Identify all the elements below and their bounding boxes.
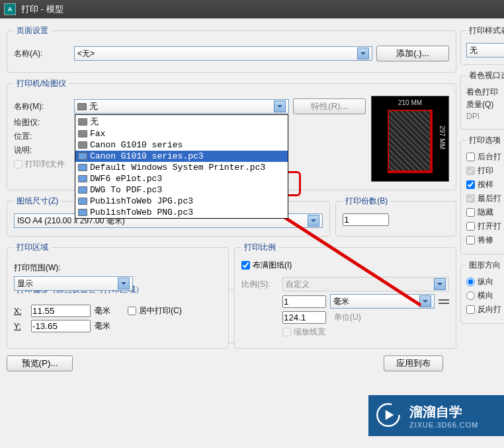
plotter-icon bbox=[78, 209, 87, 216]
print-option-row[interactable]: 将修 bbox=[466, 235, 493, 246]
landscape-radio[interactable] bbox=[466, 291, 475, 300]
chevron-down-icon[interactable] bbox=[308, 215, 319, 227]
watermark: 溜溜自学 ZIXUE.3D66.COM bbox=[368, 395, 504, 436]
copies-input[interactable] bbox=[343, 213, 389, 226]
printer-option-text: Fax bbox=[90, 129, 105, 139]
printer-option[interactable]: 无 bbox=[75, 115, 288, 128]
scale-denominator-input bbox=[282, 311, 326, 324]
play-icon bbox=[375, 402, 401, 430]
print-option-row[interactable]: 按样 bbox=[466, 179, 493, 190]
fit-to-paper-checkbox[interactable] bbox=[241, 261, 250, 270]
printer-option[interactable]: Fax bbox=[75, 128, 288, 139]
copies-legend: 打印份数(B) bbox=[343, 196, 390, 207]
printer-option[interactable]: DWF6 ePlot.pc3 bbox=[75, 173, 288, 184]
printer-option[interactable]: Canon G1010 series.pc3 bbox=[75, 151, 288, 162]
preview-width-label: 210 MM bbox=[372, 99, 448, 106]
plotter-icon bbox=[78, 175, 87, 182]
portrait-radio-row: 纵向 bbox=[466, 276, 493, 287]
printer-option-text: DWF6 ePlot.pc3 bbox=[90, 174, 162, 184]
print-option-row: 最后打 bbox=[466, 193, 501, 204]
landscape-label: 横向 bbox=[478, 290, 493, 301]
titlebar: A 打印 - 模型 bbox=[0, 0, 504, 19]
preview-button[interactable]: 预览(P)... bbox=[7, 355, 73, 371]
printer-option-text: DWG To PDF.pc3 bbox=[90, 185, 162, 195]
scale-unit-value: 毫米 bbox=[333, 296, 419, 307]
printer-option[interactable]: PublishToWeb JPG.pc3 bbox=[75, 196, 288, 207]
page-setup-name-combo[interactable]: <无> bbox=[74, 46, 372, 61]
print-options-legend: 打印选项 bbox=[466, 135, 503, 146]
plotter-icon bbox=[78, 153, 87, 160]
reverse-label: 反向打 bbox=[478, 304, 501, 315]
print-option-checkbox bbox=[466, 167, 475, 175]
printer-option-text: PublishToWeb JPG.pc3 bbox=[90, 196, 193, 206]
print-option-checkbox[interactable] bbox=[466, 208, 475, 217]
print-option-checkbox bbox=[466, 194, 475, 203]
plotter-icon bbox=[78, 198, 87, 205]
printer-icon bbox=[78, 118, 87, 126]
printer-option-text: Canon G1010 series bbox=[90, 140, 183, 150]
plot-style-table-combo[interactable]: 无 bbox=[466, 43, 504, 57]
print-range-value: 显示 bbox=[17, 278, 118, 289]
printer-option[interactable]: PublishToWeb PNG.pc3 bbox=[75, 207, 288, 218]
printer-option[interactable]: Default Windows System Printer.pc3 bbox=[75, 162, 288, 173]
print-option-checkbox[interactable] bbox=[466, 236, 475, 244]
offset-y-input[interactable] bbox=[31, 320, 91, 332]
page-setup-legend: 页面设置 bbox=[14, 25, 51, 36]
add-page-setup-button[interactable]: 添加(.)... bbox=[376, 46, 449, 61]
watermark-url: ZIXUE.3D66.COM bbox=[409, 421, 478, 429]
printer-option[interactable]: Canon G1010 series bbox=[75, 139, 288, 151]
printer-option-text: Default Windows System Printer.pc3 bbox=[90, 163, 265, 172]
apply-to-layout-button[interactable]: 应用到布 bbox=[384, 355, 443, 371]
print-option-label: 后台打 bbox=[478, 151, 501, 163]
printer-legend: 打印机/绘图仪 bbox=[14, 78, 69, 89]
offset-x-input[interactable] bbox=[31, 305, 91, 317]
page-setup-group: 页面设置 名称(A): <无> 添加(.)... bbox=[7, 25, 456, 73]
center-plot-label: 居中打印(C) bbox=[139, 305, 182, 317]
chevron-down-icon bbox=[434, 278, 446, 290]
chevron-down-icon[interactable] bbox=[274, 100, 286, 112]
printer-option-text: Canon G1010 series.pc3 bbox=[90, 151, 204, 161]
print-option-row[interactable]: 隐藏 bbox=[466, 207, 493, 218]
preview-page bbox=[388, 110, 433, 173]
printer-icon bbox=[77, 103, 87, 110]
printer-option[interactable]: DWG To PDF.pc3 bbox=[75, 184, 288, 196]
orientation-group: 图形方向 纵向 横向 反向打 bbox=[460, 260, 504, 324]
dpi-label: DPI bbox=[466, 112, 480, 121]
preview-height-label: 297 MM bbox=[439, 126, 446, 149]
printer-name-label: 名称(M): bbox=[14, 101, 70, 112]
shaded-viewport-legend: 着色视口选项 bbox=[466, 70, 504, 81]
print-option-checkbox[interactable] bbox=[466, 222, 475, 231]
chevron-down-icon[interactable] bbox=[419, 295, 431, 307]
offset-x-label: X: bbox=[14, 307, 27, 316]
app-icon: A bbox=[4, 3, 16, 15]
reverse-check-row: 反向打 bbox=[466, 304, 501, 315]
print-option-label: 隐藏 bbox=[478, 207, 493, 218]
print-option-row: 打印 bbox=[466, 165, 493, 176]
print-option-checkbox[interactable] bbox=[466, 180, 475, 189]
scale-value: 自定义 bbox=[286, 279, 434, 290]
plot-style-table-legend: 打印样式表 bbox=[466, 25, 504, 36]
where-label: 位置: bbox=[14, 131, 70, 142]
chevron-down-icon[interactable] bbox=[357, 48, 369, 59]
printer-option-text: PublishToWeb PNG.pc3 bbox=[90, 207, 193, 217]
scale-unit-combo[interactable]: 毫米 bbox=[330, 294, 435, 309]
scale-unit2-label: 单位(U) bbox=[330, 312, 361, 323]
center-plot-checkbox[interactable] bbox=[128, 307, 136, 315]
print-options-group: 打印选项 后台打打印按样最后打隐藏打开打将修 bbox=[460, 135, 504, 254]
printer-dropdown-list[interactable]: 无FaxCanon G1010 seriesCanon G1010 series… bbox=[75, 114, 288, 219]
print-option-row[interactable]: 后台打 bbox=[466, 151, 501, 163]
scale-label: 比例(S): bbox=[241, 279, 278, 290]
plot-style-table-group: 打印样式表 无 bbox=[460, 25, 504, 65]
portrait-radio[interactable] bbox=[466, 278, 475, 286]
print-range-combo[interactable]: 显示 bbox=[14, 276, 133, 291]
reverse-checkbox[interactable] bbox=[466, 305, 475, 314]
portrait-label: 纵向 bbox=[478, 276, 493, 287]
printer-properties-button[interactable]: 特性(R)... bbox=[293, 98, 366, 114]
print-option-label: 将修 bbox=[478, 235, 493, 246]
chevron-down-icon[interactable] bbox=[118, 278, 130, 289]
print-option-checkbox[interactable] bbox=[466, 153, 475, 161]
print-option-row[interactable]: 打开打 bbox=[466, 221, 501, 232]
printer-icon bbox=[78, 130, 87, 137]
printer-group: 打印机/绘图仪 名称(M): 无 无FaxCanon G1010 seriesC… bbox=[7, 78, 456, 190]
printer-name-combo[interactable]: 无 无FaxCanon G1010 seriesCanon G1010 seri… bbox=[74, 99, 289, 114]
